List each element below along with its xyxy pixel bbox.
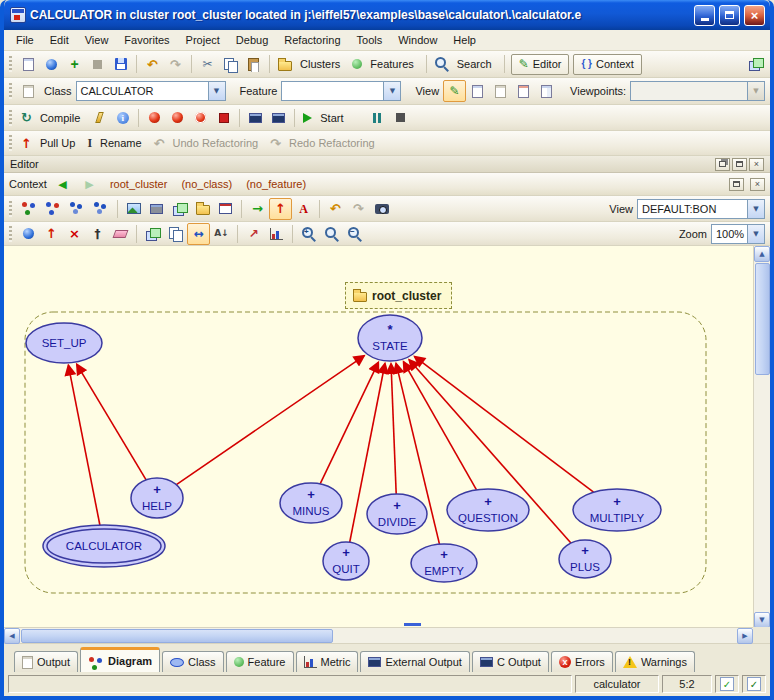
class-node-SET_UP[interactable]: SET_UP <box>26 323 102 363</box>
editor-view-button[interactable]: ✎ <box>443 80 466 102</box>
zoom-in-button[interactable]: + <box>297 223 320 245</box>
delete-button[interactable]: × <box>63 223 86 245</box>
tab-warnings[interactable]: !Warnings <box>615 651 695 672</box>
features-button[interactable]: Features <box>348 53 421 75</box>
maximize-panel-button[interactable] <box>732 158 747 171</box>
stop-processing-button[interactable] <box>86 53 109 75</box>
redo-refactoring-button[interactable]: ↷Redo Refactoring <box>266 132 383 154</box>
toolbar-gripper[interactable] <box>9 226 12 242</box>
text-labels-button[interactable]: A <box>292 198 315 220</box>
scroll-left-button[interactable]: ◀ <box>4 628 20 644</box>
menu-edit[interactable]: Edit <box>42 32 77 48</box>
class-node-STATE[interactable]: *STATE <box>358 315 422 361</box>
link-tool-button[interactable]: ↗ <box>242 223 265 245</box>
diagram-canvas[interactable]: SET_UP*STATE+HELPCALCULATOR+MINUS+DIVIDE… <box>4 246 770 644</box>
print-diagram-button[interactable] <box>145 198 168 220</box>
class-node-QUESTION[interactable]: +QUESTION <box>447 489 529 531</box>
client-link-HELP-to-STATE[interactable] <box>176 356 364 485</box>
zoom-fit-button[interactable] <box>320 223 343 245</box>
layout-grid-button[interactable] <box>164 223 187 245</box>
pull-up-button[interactable]: ↑Pull Up <box>17 132 83 154</box>
zoom-out-button[interactable]: − <box>343 223 366 245</box>
cluster-graph-button[interactable] <box>41 198 65 220</box>
undo-refactoring-button[interactable]: ↶Undo Refactoring <box>150 132 267 154</box>
feature-combobox[interactable]: ▼ <box>281 81 401 101</box>
c-compile-button[interactable] <box>88 107 111 129</box>
diagram-view-combobox[interactable]: DEFAULT:BON ▼ <box>637 199 765 219</box>
copy-button[interactable] <box>219 53 242 75</box>
erase-button[interactable] <box>109 223 132 245</box>
rename-button[interactable]: IRename <box>83 132 149 154</box>
close-panel-button[interactable]: × <box>750 178 765 191</box>
class-tool-button[interactable] <box>17 80 40 102</box>
context-toggle-button[interactable]: { }Context <box>573 54 641 75</box>
cut-button[interactable]: ✂ <box>196 53 219 75</box>
class-node-HELP[interactable]: +HELP <box>131 478 183 518</box>
history-back-button[interactable]: ◀ <box>51 173 74 195</box>
client-graph-button[interactable] <box>89 198 113 220</box>
class-node-MULTIPLY[interactable]: +MULTIPLY <box>573 489 661 531</box>
anchor-button[interactable]: † <box>86 223 109 245</box>
float-panel-button[interactable] <box>715 158 730 171</box>
clusters-button[interactable]: Clusters <box>274 53 348 75</box>
melt-button[interactable] <box>143 107 166 129</box>
history-forward-button[interactable]: ▶ <box>78 173 101 195</box>
chevron-down-icon[interactable]: ▼ <box>383 82 400 100</box>
cancel-compile-button[interactable] <box>189 107 212 129</box>
context-class[interactable]: (no_class) <box>176 178 237 190</box>
toolbar-gripper[interactable] <box>9 110 12 126</box>
titlebar[interactable]: CALCULATOR in cluster root_cluster locat… <box>4 0 770 30</box>
zoom-combobox[interactable]: 100% ▼ <box>711 224 765 244</box>
class-node-MINUS[interactable]: +MINUS <box>280 483 342 523</box>
layout-stack-button[interactable] <box>141 223 164 245</box>
cluster-label[interactable]: root_cluster <box>345 282 452 309</box>
start-button[interactable]: Start <box>299 107 351 129</box>
go-to-target-button[interactable]: → <box>246 198 269 220</box>
context-cluster[interactable]: root_cluster <box>105 178 172 190</box>
tab-feature[interactable]: Feature <box>226 651 294 672</box>
client-link-MULTIPLY-to-STATE[interactable] <box>415 357 594 493</box>
flat-view-button[interactable] <box>489 80 512 102</box>
snapshot-button[interactable] <box>370 198 393 220</box>
redo-button[interactable]: ↷ <box>164 53 187 75</box>
menu-tools[interactable]: Tools <box>349 32 391 48</box>
scroll-up-button[interactable]: ▲ <box>754 246 770 262</box>
run-finalized-button[interactable] <box>267 107 290 129</box>
toolbar-gripper[interactable] <box>9 83 12 99</box>
diagram-view[interactable]: SET_UP*STATE+HELPCALCULATOR+MINUS+DIVIDE… <box>4 246 753 628</box>
class-node-CALCULATOR[interactable]: CALCULATOR <box>43 525 165 567</box>
freeze-button[interactable] <box>166 107 189 129</box>
finalize-button[interactable] <box>212 107 235 129</box>
supplier-graph-button[interactable] <box>65 198 89 220</box>
horizontal-scrollbar[interactable]: ◀ ▶ <box>4 627 753 643</box>
maximize-button[interactable] <box>719 5 740 26</box>
diagram-redo-button[interactable]: ↷ <box>347 198 370 220</box>
chevron-down-icon[interactable]: ▼ <box>747 225 764 243</box>
external-editor-button[interactable] <box>744 53 767 75</box>
menu-debug[interactable]: Debug <box>228 32 276 48</box>
add-button[interactable]: + <box>63 53 86 75</box>
export-diagram-button[interactable] <box>168 198 191 220</box>
menu-favorites[interactable]: Favorites <box>116 32 177 48</box>
context-feature[interactable]: (no_feature) <box>241 178 311 190</box>
tab-metric[interactable]: Metric <box>296 651 359 672</box>
vertical-scroll-thumb[interactable] <box>755 263 770 375</box>
scroll-right-button[interactable]: ▶ <box>737 628 753 644</box>
compile-button[interactable]: ↻Compile <box>17 107 88 129</box>
toolbar-gripper[interactable] <box>9 56 12 72</box>
stop-debug-button[interactable] <box>389 107 412 129</box>
minimize-button[interactable] <box>694 5 715 26</box>
menu-project[interactable]: Project <box>178 32 228 48</box>
quality-button[interactable] <box>17 223 40 245</box>
search-button[interactable]: Search <box>431 53 500 75</box>
tab-class[interactable]: Class <box>162 651 224 672</box>
horizontal-scroll-thumb[interactable] <box>21 629 333 643</box>
menu-help[interactable]: Help <box>445 32 484 48</box>
toolbar-gripper[interactable] <box>9 201 12 217</box>
chevron-down-icon[interactable]: ▼ <box>747 200 764 218</box>
class-node-EMPTY[interactable]: +EMPTY <box>411 544 477 582</box>
toolbar-gripper[interactable] <box>9 135 12 151</box>
class-graph-button[interactable] <box>17 198 41 220</box>
open-button[interactable] <box>40 53 63 75</box>
tab-errors[interactable]: xErrors <box>551 651 613 672</box>
